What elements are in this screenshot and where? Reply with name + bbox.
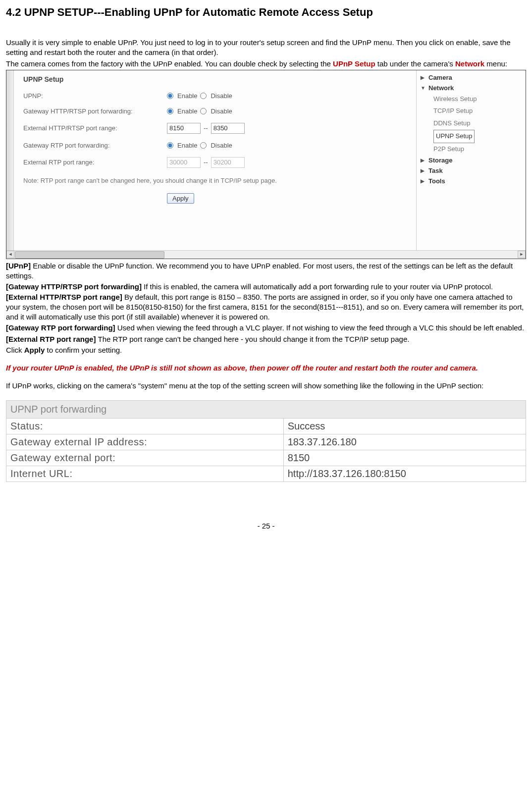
- upnp-setup-screenshot: UPNP Setup UPNP: Enable Disable Gateway …: [6, 70, 526, 259]
- desc-gwhttp: [Gateway HTTP/RTSP port forwarding] If t…: [6, 282, 526, 322]
- click-b: Apply: [24, 346, 45, 354]
- text-enable-3: Enable: [177, 142, 197, 149]
- row-gw-http: Gateway HTTP/RTSP port forwarding: Enabl…: [23, 107, 402, 115]
- cell-port-label: Gateway external port:: [6, 450, 284, 466]
- nav-camera-label: Camera: [428, 74, 452, 81]
- status-header: UPNP port forwarding: [6, 400, 526, 418]
- cell-status-label: Status:: [6, 418, 284, 434]
- text-disable: Disable: [211, 92, 232, 100]
- chevron-down-icon: ▼: [421, 85, 426, 91]
- desc-upnp-head: [UPnP]: [6, 262, 33, 270]
- nav-p2p[interactable]: P2P Setup: [417, 143, 526, 156]
- intro2-network-red: Network: [455, 59, 484, 68]
- chevron-right-icon-4: ▶: [421, 178, 426, 184]
- label-gw-http: Gateway HTTP/RTSP port forwarding:: [23, 107, 167, 115]
- row-ext-rtp: External RTP port range: --: [23, 157, 402, 168]
- desc-gwrtp-text: Used when viewing the feed through a VLC…: [117, 323, 524, 332]
- label-ext-rtp: External RTP port range:: [23, 159, 167, 166]
- nav-task[interactable]: ▶Task: [417, 165, 526, 176]
- desc-gwhttp-text: If this is enabled, the camera will auto…: [144, 282, 493, 291]
- nav-tcpip[interactable]: TCP/IP Setup: [417, 105, 526, 117]
- desc-exthttp-head: [External HTTP/RTSP port range]: [6, 293, 124, 301]
- cell-url-value: http://183.37.126.180:8150: [283, 466, 526, 481]
- chevron-right-icon-2: ▶: [421, 158, 426, 163]
- desc-gwhttp-head: [Gateway HTTP/RTSP port forwarding]: [6, 282, 144, 291]
- input-ext-http-end[interactable]: [211, 123, 245, 134]
- input-ext-http-start[interactable]: [167, 123, 201, 134]
- label-ext-http: External HTTP/RTSP port range:: [23, 124, 167, 132]
- desc-upnp: [UPnP] Enable or disable the UPnP functi…: [6, 261, 526, 281]
- horizontal-scrollbar[interactable]: ◄ ►: [6, 250, 526, 259]
- upnp-status-table: UPNP port forwarding Status:Success Gate…: [6, 400, 526, 482]
- range-dash-1: --: [204, 124, 208, 132]
- label-upnp: UPNP:: [23, 92, 167, 100]
- chevron-right-icon-3: ▶: [421, 168, 426, 173]
- cell-url-label: Internet URL:: [6, 466, 284, 481]
- scroll-left-icon[interactable]: ◄: [6, 251, 14, 258]
- radio-gwrtp-enable[interactable]: [167, 142, 173, 149]
- apply-button[interactable]: Apply: [167, 193, 194, 204]
- radio-gwrtp-disable[interactable]: [200, 142, 207, 149]
- nav-upnp[interactable]: UPNP Setup: [417, 130, 526, 143]
- row-ext-http: External HTTP/RTSP port range: --: [23, 123, 402, 134]
- nav-ddns[interactable]: DDNS Setup: [417, 117, 526, 130]
- text-disable-2: Disable: [211, 107, 232, 115]
- nav-upnp-label: UPNP Setup: [433, 130, 475, 143]
- radio-gwhttp-disable[interactable]: [200, 108, 207, 114]
- radio-upnp-enable[interactable]: [167, 93, 173, 99]
- row-gw-rtp: Gateway RTP port forwarding: Enable Disa…: [23, 142, 402, 149]
- nav-wireless[interactable]: Wireless Setup: [417, 93, 526, 106]
- nav-tools-label: Tools: [428, 177, 445, 185]
- text-enable: Enable: [177, 92, 197, 100]
- nav-camera[interactable]: ▶Camera: [417, 72, 526, 83]
- table-row: Gateway external IP address:183.37.126.1…: [6, 434, 526, 450]
- panel-title: UPNP Setup: [23, 75, 402, 83]
- side-nav: ▶Camera ▼Network Wireless Setup TCP/IP S…: [416, 70, 526, 251]
- intro2-text-a: The camera comes from the factory with t…: [6, 59, 333, 68]
- nav-network-label: Network: [428, 84, 454, 92]
- table-row: Status:Success: [6, 418, 526, 434]
- desc-extrtp-head: [External RTP port range]: [6, 335, 98, 343]
- intro2-text-c: menu:: [484, 59, 507, 68]
- scroll-right-icon[interactable]: ►: [518, 251, 526, 258]
- chevron-right-icon: ▶: [421, 75, 426, 80]
- radio-gwhttp-enable[interactable]: [167, 108, 173, 114]
- page-number: - 25 -: [6, 522, 526, 530]
- cell-status-value: Success: [283, 418, 526, 434]
- cell-ip-value: 183.37.126.180: [283, 434, 526, 450]
- row-upnp: UPNP: Enable Disable: [23, 92, 402, 100]
- nav-task-label: Task: [428, 167, 443, 174]
- label-gw-rtp: Gateway RTP port forwarding:: [23, 142, 167, 149]
- input-ext-rtp-end: [211, 157, 245, 168]
- click-a: Click: [6, 346, 24, 354]
- intro-paragraph-2: The camera comes from the factory with t…: [6, 59, 526, 69]
- desc-upnp-text: Enable or disable the UPnP function. We …: [6, 262, 513, 280]
- nav-storage-label: Storage: [428, 157, 452, 164]
- table-row: Gateway external port:8150: [6, 450, 526, 466]
- text-disable-3: Disable: [211, 142, 232, 149]
- input-ext-rtp-start: [167, 157, 201, 168]
- left-gutter: [6, 70, 14, 251]
- text-enable-2: Enable: [177, 107, 197, 115]
- nav-storage[interactable]: ▶Storage: [417, 155, 526, 165]
- table-row: Internet URL:http://183.37.126.180:8150: [6, 466, 526, 481]
- scroll-thumb[interactable]: [15, 251, 164, 259]
- rtp-note: Note: RTP port range can't be changed he…: [23, 176, 380, 186]
- desc-extrtp: [External RTP port range] The RTP port r…: [6, 334, 526, 344]
- nav-network[interactable]: ▼Network: [417, 83, 526, 93]
- intro2-text-b: tab under the camera's: [375, 59, 455, 68]
- upnp-form-panel: UPNP Setup UPNP: Enable Disable Gateway …: [13, 70, 412, 251]
- nav-tools[interactable]: ▶Tools: [417, 176, 526, 186]
- range-dash-2: --: [204, 159, 208, 166]
- cell-port-value: 8150: [283, 450, 526, 466]
- radio-upnp-disable[interactable]: [200, 93, 207, 99]
- cell-ip-label: Gateway external IP address:: [6, 434, 284, 450]
- desc-gwrtp-head: [Gateway RTP port forwarding]: [6, 323, 117, 332]
- warning-text: If your router UPnP is enabled, the UPnP…: [6, 363, 526, 373]
- intro-paragraph-1: Usually it is very simple to enable UPnP…: [6, 38, 526, 58]
- desc-extrtp-text: The RTP port range can't be changed here…: [98, 335, 410, 343]
- section-heading: 4.2 UPNP SETUP---Enabling UPnP for Autom…: [6, 6, 526, 19]
- click-c: to confirm your setting.: [45, 346, 122, 354]
- desc-gwrtp: [Gateway RTP port forwarding] Used when …: [6, 323, 526, 333]
- desc-click-apply: Click Apply to confirm your setting.: [6, 345, 526, 355]
